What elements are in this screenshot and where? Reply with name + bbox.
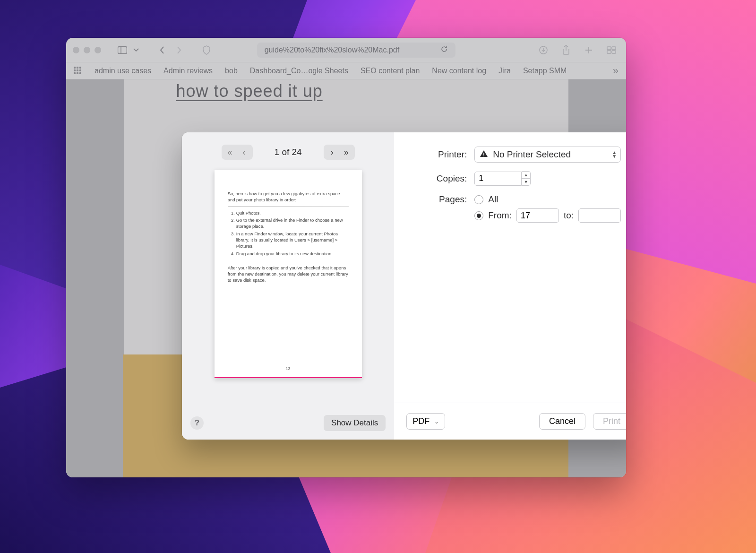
preview-page-number: 13 (215, 366, 362, 372)
printer-select[interactable]: No Printer Selected ▲▼ (474, 147, 621, 163)
stepper-down-icon[interactable]: ▼ (522, 179, 530, 186)
last-page-button[interactable]: » (339, 146, 353, 158)
tabs-overview-icon[interactable] (603, 43, 619, 57)
new-tab-icon[interactable] (581, 43, 597, 57)
print-dialog: « ‹ 1 of 24 › » So, here's how to get yo… (182, 132, 626, 440)
minimize-window-button[interactable] (84, 47, 90, 53)
pages-all-label: All (488, 194, 498, 205)
print-button[interactable]: Print (593, 413, 626, 430)
preview-step: Go to the external drive in the Finder t… (236, 217, 349, 230)
bookmark-item[interactable]: SEO content plan (361, 67, 420, 75)
pages-all-radio[interactable] (474, 195, 483, 204)
printer-label: Printer: (394, 149, 474, 160)
svg-rect-0 (118, 46, 127, 53)
pages-to-label: to: (564, 210, 574, 221)
show-details-button[interactable]: Show Details (324, 415, 386, 431)
cancel-button[interactable]: Cancel (539, 413, 585, 430)
svg-rect-3 (607, 47, 611, 50)
preview-intro: So, here's how to get you a few gigabyte… (228, 191, 349, 203)
sidebar-toggle-icon[interactable] (114, 43, 130, 57)
forward-button[interactable] (171, 43, 187, 57)
svg-rect-5 (607, 51, 611, 53)
share-icon[interactable] (558, 43, 574, 57)
bookmark-item[interactable]: New content log (432, 67, 486, 75)
pages-label: Pages: (394, 194, 474, 205)
svg-rect-7 (483, 153, 484, 155)
chevron-down-icon: ⌄ (434, 418, 439, 425)
first-page-button[interactable]: « (223, 146, 237, 158)
warning-icon (480, 150, 488, 160)
bookmark-item[interactable]: Admin reviews (163, 67, 213, 75)
preview-page: So, here's how to get you a few gigabyte… (215, 170, 362, 378)
copies-stepper[interactable]: ▲▼ (522, 171, 531, 186)
bookmark-item[interactable]: Jira (498, 67, 511, 75)
preview-first-prev-group: « ‹ (222, 145, 253, 160)
copies-label: Copies: (394, 173, 474, 184)
address-bar[interactable]: guide%20to%20fix%20slow%20Mac.pdf (257, 43, 455, 58)
bookmark-item[interactable]: bob (225, 67, 238, 75)
safari-window: guide%20to%20fix%20slow%20Mac.pdf admin … (66, 38, 626, 477)
stepper-up-icon[interactable]: ▲ (522, 172, 530, 179)
preview-step: Drag and drop your library to its new de… (236, 251, 349, 257)
reload-icon[interactable] (440, 45, 448, 55)
copies-input[interactable] (474, 172, 522, 186)
help-button[interactable]: ? (190, 416, 204, 430)
bookmarks-bar: admin use cases Admin reviews bob Dashbo… (66, 62, 626, 79)
pages-from-label: From: (488, 210, 512, 221)
svg-rect-4 (612, 47, 616, 50)
preview-step: In a new Finder window, locate your curr… (236, 231, 349, 249)
preview-steps: Quit Photos. Go to the external drive in… (236, 210, 349, 257)
url-text: guide%20to%20fix%20slow%20Mac.pdf (265, 46, 400, 54)
pdf-dropdown-button[interactable]: PDF ⌄ (406, 413, 445, 430)
pages-to-input[interactable] (578, 208, 621, 223)
preview-step: Quit Photos. (236, 210, 349, 216)
svg-rect-6 (612, 51, 616, 53)
window-controls (73, 47, 101, 53)
bookmark-item[interactable]: Setapp SMM (523, 67, 567, 75)
doc-heading: how to speed it up (124, 79, 568, 106)
print-preview-pane: « ‹ 1 of 24 › » So, here's how to get yo… (182, 132, 394, 440)
bookmark-item[interactable]: Dashboard_Co…ogle Sheets (250, 67, 348, 75)
preview-outro: After your library is copied and you've … (228, 265, 349, 283)
prev-page-button[interactable]: ‹ (237, 146, 251, 158)
back-button[interactable] (154, 43, 170, 57)
next-page-button[interactable]: › (325, 146, 339, 158)
svg-rect-8 (483, 156, 484, 156)
select-chevron-icon: ▲▼ (612, 151, 617, 158)
downloads-icon[interactable] (535, 43, 551, 57)
print-options-pane: Printer: No Printer Selected ▲▼ Copies: … (394, 132, 626, 440)
bookmarks-overflow-icon[interactable]: » (613, 65, 619, 77)
pdf-button-label: PDF (412, 416, 430, 426)
sidebar-dropdown-icon[interactable] (131, 43, 141, 57)
preview-next-last-group: › » (324, 145, 355, 160)
close-window-button[interactable] (73, 47, 79, 53)
pages-from-radio[interactable] (474, 211, 483, 220)
shield-icon[interactable] (198, 43, 215, 57)
pages-from-input[interactable] (516, 208, 559, 223)
page-indicator: 1 of 24 (261, 147, 315, 157)
apps-grid-icon[interactable] (74, 67, 82, 75)
printer-value: No Printer Selected (493, 149, 571, 160)
zoom-window-button[interactable] (94, 47, 101, 53)
titlebar: guide%20to%20fix%20slow%20Mac.pdf (66, 38, 626, 62)
bookmark-item[interactable]: admin use cases (94, 67, 151, 75)
